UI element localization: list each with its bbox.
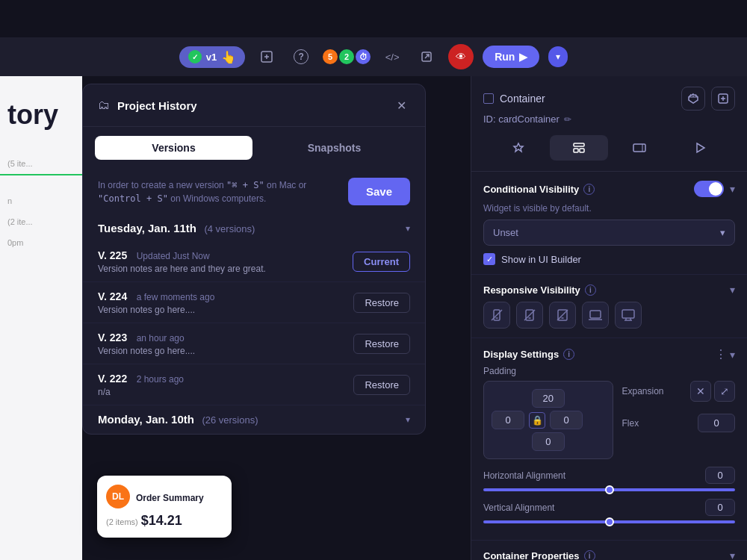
run-button[interactable]: Run ▶ (483, 46, 539, 68)
container-header: Container (471, 76, 747, 172)
device-desktop-icon[interactable] (615, 302, 642, 329)
horizontal-alignment-section: Horizontal Alignment 0 (483, 467, 735, 491)
conditional-visibility-toggle[interactable] (694, 181, 724, 197)
flex-input[interactable] (698, 414, 735, 432)
v224-restore-button[interactable]: Restore (353, 293, 410, 313)
toolbar: ✓ v1 👆 ? 5 2 ⏱ </> 👁 Run ▶ ▾ (0, 37, 747, 76)
vertical-alignment-slider[interactable] (483, 520, 735, 523)
actions-icon (693, 141, 707, 155)
add-element-icon (717, 93, 729, 105)
display-settings-chevron[interactable]: ▾ (730, 349, 735, 361)
unset-dropdown[interactable]: Unset ▾ (483, 220, 735, 246)
run-chevron-icon: ▾ (556, 52, 560, 62)
help-icon: ? (294, 49, 309, 64)
modal-close-button[interactable]: ✕ (392, 96, 410, 114)
v222-time: 2 hours ago (137, 374, 184, 385)
version-group-1-header[interactable]: Tuesday, Jan. 11th (4 versions) ▾ (83, 214, 425, 241)
dropdown-value: Unset (493, 227, 518, 238)
preview-button[interactable]: 👁 (448, 44, 474, 69)
tab-snapshots[interactable]: Snapshots (255, 136, 413, 160)
container-properties-chevron[interactable]: ▾ (730, 550, 735, 560)
svg-line-21 (492, 310, 502, 320)
prop-tab-responsive[interactable] (611, 135, 669, 161)
padding-lock-icon[interactable]: 🔒 (529, 412, 545, 429)
badge-timer[interactable]: ⏱ (356, 49, 371, 64)
container-checkbox[interactable] (483, 93, 494, 104)
appearance-icon (512, 141, 525, 155)
v225-current-badge: Current (353, 252, 410, 272)
prop-tab-appearance[interactable] (489, 135, 547, 161)
show-in-builder-checkbox[interactable]: ✓ (483, 253, 495, 265)
expansion-x-button[interactable]: ✕ (690, 381, 711, 402)
cursor-pointer-icon: 👆 (221, 50, 236, 64)
padding-left-input[interactable] (492, 411, 524, 429)
group-2-date: Monday, Jan. 10th (98, 413, 194, 426)
code-button[interactable]: </> (379, 44, 405, 69)
v224-time: a few moments ago (137, 292, 215, 302)
preview-time: 0pm (0, 232, 82, 253)
conditional-visibility-subtitle: Widget is visible by default. (483, 203, 735, 214)
property-tabs (483, 132, 735, 164)
run-label: Run (495, 51, 515, 63)
preview-divider (0, 174, 82, 175)
preview-item-1: (5 ite... (0, 153, 82, 174)
container-properties-info-icon[interactable]: i (584, 550, 595, 561)
prop-tab-actions[interactable] (672, 135, 729, 161)
svg-rect-13 (574, 143, 584, 146)
conditional-visibility-info-icon[interactable]: i (583, 184, 595, 195)
modal-header: 🗂 Project History ✕ (83, 84, 425, 127)
notification-badges: 5 2 ⏱ (323, 49, 371, 64)
save-hint: In order to create a new version "⌘ + S"… (98, 178, 306, 205)
device-mobile-icon[interactable] (516, 302, 543, 329)
left-preview: tory (5 ite... n (2 ite... 0pm (0, 76, 82, 560)
responsive-device-icons (483, 302, 735, 329)
add-element-button[interactable] (711, 87, 735, 111)
gem-icon (687, 93, 699, 105)
device-tablet-icon[interactable] (549, 302, 576, 329)
badge-5[interactable]: 5 (323, 49, 338, 64)
run-dropdown-button[interactable]: ▾ (548, 46, 568, 67)
display-settings-info-icon[interactable]: i (563, 349, 574, 360)
expansion-expand-button[interactable]: ⤢ (714, 381, 735, 402)
svg-rect-16 (633, 144, 645, 152)
conditional-visibility-title: Conditional Visibility (483, 184, 579, 195)
toggle-thumb (709, 182, 722, 196)
v224-num: V. 224 (98, 290, 127, 302)
edit-id-icon[interactable]: ✏ (564, 114, 571, 125)
conditional-visibility-chevron[interactable]: ▾ (730, 183, 735, 195)
version-group-2-header[interactable]: Monday, Jan. 10th (26 versions) ▾ (83, 405, 425, 426)
v225-time: Updated Just Now (137, 251, 210, 261)
add-page-button[interactable] (254, 44, 279, 69)
device-mobile-xs-icon[interactable] (483, 302, 510, 329)
v222-restore-button[interactable]: Restore (353, 375, 410, 395)
badge-2[interactable]: 2 (339, 49, 354, 64)
horizontal-alignment-label: Horizontal Alignment (483, 470, 565, 481)
bottom-card-preview: DL Order Summary (2 items) $14.21 (97, 476, 232, 538)
preview-text: tory (0, 76, 82, 153)
device-laptop-icon[interactable] (582, 302, 609, 329)
gem-icon-button[interactable] (681, 87, 705, 111)
group-1-chevron-icon: ▾ (406, 223, 410, 234)
padding-right-input[interactable] (550, 411, 583, 429)
tab-versions[interactable]: Versions (95, 136, 252, 160)
prop-tab-layout[interactable] (550, 135, 607, 161)
show-in-builder-row[interactable]: ✓ Show in UI Builder (483, 253, 735, 265)
responsive-visibility-chevron[interactable]: ▾ (730, 284, 735, 296)
horizontal-alignment-slider[interactable] (483, 488, 735, 491)
conditional-visibility-section: Conditional Visibility i ▾ Widget is vis… (471, 172, 747, 275)
v223-restore-button[interactable]: Restore (353, 334, 410, 354)
export-button[interactable] (414, 44, 439, 69)
help-button[interactable]: ? (288, 44, 314, 69)
group-2-count: (26 versions) (202, 414, 258, 426)
display-settings-menu-button[interactable]: ⋮ (715, 347, 727, 361)
dropdown-chevron-icon: ▾ (720, 227, 725, 238)
responsive-visibility-info-icon[interactable]: i (585, 284, 596, 296)
svg-rect-15 (580, 149, 584, 152)
modal-title: Project History (117, 99, 385, 112)
v223-notes: Version notes go here.... (98, 346, 195, 356)
padding-top-input[interactable] (532, 389, 565, 408)
container-properties-section: Container Properties i ▾ (471, 541, 747, 560)
save-button[interactable]: Save (348, 178, 410, 205)
version-badge[interactable]: ✓ v1 👆 (179, 46, 245, 68)
padding-bottom-input[interactable] (532, 432, 565, 451)
